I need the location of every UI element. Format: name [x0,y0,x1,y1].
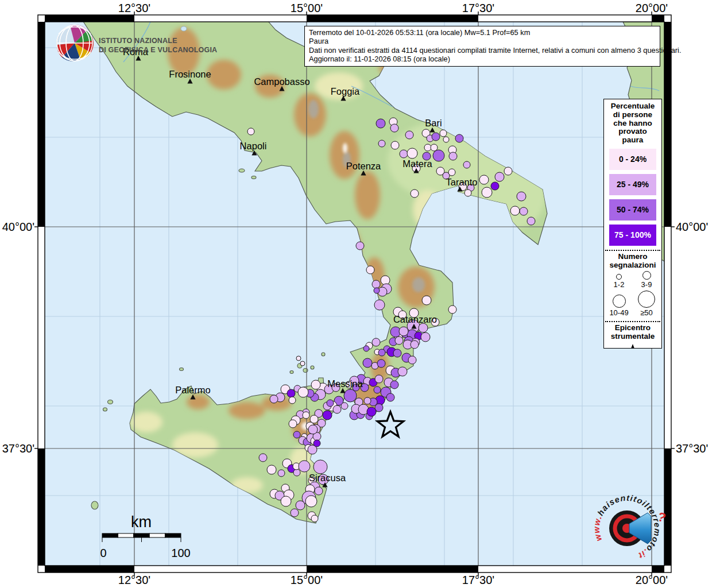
lat-label-right: 37°30' [676,442,708,455]
report-circle [378,349,385,356]
report-circle [372,280,380,288]
report-circle [411,341,419,349]
size-sample-label: 1-2 [614,280,625,289]
report-circle [303,412,309,419]
legend-epicenter-title: Epicentrostrumentale [611,323,655,341]
report-circle [293,431,300,438]
legend-size-sample: 10-49 [605,291,633,317]
lon-label-top: 15°00' [291,2,323,15]
scale-end-label: 100 [171,547,190,559]
report-circle [464,189,471,196]
report-circle [479,175,489,184]
legend-size-sample: 3-9 [633,271,660,289]
report-circle [323,411,332,420]
size-sample-label: ≥50 [640,308,653,317]
report-circle [463,161,470,168]
report-circle [374,288,380,293]
info-line: Aggiornato il: 11-01-2026 08:15 (ora loc… [309,55,656,63]
legend-title: Percentualedi personeche hannoprovatopau… [611,102,655,145]
legend-class-swatch: 75 - 100% [609,225,656,246]
city-label: Taranto [446,177,477,187]
earthquake-info-box: Terremoto del 10-01-2026 05:53:11 (ora l… [304,26,660,67]
report-circle [390,124,398,132]
report-circle [341,403,348,409]
report-circle [378,140,385,147]
report-circle [374,386,381,393]
lon-label-top: 12°30' [118,2,150,15]
lat-label-right: 40°00' [676,220,708,234]
legend-size-sample: 1-2 [605,271,633,289]
city-label: Potenza [346,161,381,171]
report-circle [333,405,341,413]
report-circle [448,305,456,314]
report-circle [482,187,492,198]
city-label: Palermo [175,385,210,395]
report-circle [267,465,276,474]
legend-sizes-title: Numerosegnalazioni [609,252,656,269]
legend-size-samples: 1-23-910-49≥50 [605,269,660,317]
report-circle [296,356,301,361]
report-circle [407,148,417,158]
legend-class-swatch: 50 - 74% [609,199,656,220]
lon-label-top: 20°00' [636,2,668,15]
report-circle [298,387,308,397]
report-circle [527,217,535,225]
report-circle [259,454,267,462]
scale-start-label: 0 [100,547,106,559]
report-circle [311,515,318,522]
city-label: Catanzaro [393,314,437,324]
report-circle [431,144,438,151]
report-circle [270,395,278,403]
report-circle [278,470,285,477]
report-circle [327,400,334,407]
size-sample-circle-icon [638,291,655,308]
report-circle [313,460,327,474]
report-circle [422,296,431,305]
report-circle [364,397,371,404]
report-circle [455,134,463,142]
size-sample-label: 10-49 [609,308,628,317]
report-circle [443,137,449,142]
city-label: Siracusa [309,473,346,483]
legend-epicenter-star-icon [620,342,645,348]
report-circle [424,144,431,151]
report-circle [377,359,385,368]
info-line: Paura [309,37,656,45]
report-circle [433,150,444,161]
info-line: Dati non verificati estratti da 4114 que… [309,46,656,55]
report-circle [405,131,413,139]
lon-label-bottom: 15°00' [291,574,323,587]
report-circle [393,349,401,357]
report-circle [305,496,317,507]
legend: Percentualedi personeche hannoprovatopau… [603,99,662,349]
report-circle [356,242,364,250]
report-circle [372,338,380,346]
report-circle [411,189,419,198]
report-circle [495,172,504,181]
report-circle [363,358,372,368]
report-circle [419,323,428,332]
city-label: Napoli [240,141,267,151]
report-circle [520,207,528,215]
size-sample-circle-icon [616,274,622,280]
report-circle [517,192,526,201]
city-label: Campobasso [254,76,309,87]
report-circle [491,182,499,190]
report-circle [391,141,399,149]
report-circle [374,300,385,310]
lat-label-left: 40°00' [0,220,34,234]
report-circle [381,276,390,285]
city-label: Messina [327,378,363,389]
report-circle [395,336,403,345]
report-circle [399,327,408,336]
info-line: Terremoto del 10-01-2026 05:53:11 (ora l… [309,28,656,37]
report-circle [421,332,430,342]
legend-divider [605,250,660,251]
report-circle [448,169,455,176]
report-circle [311,380,320,389]
lake [181,26,187,31]
lat-label-left: 37°30' [0,442,34,455]
lon-label-bottom: 17°30' [462,574,494,587]
report-circle [375,375,383,383]
report-circle [400,150,408,158]
